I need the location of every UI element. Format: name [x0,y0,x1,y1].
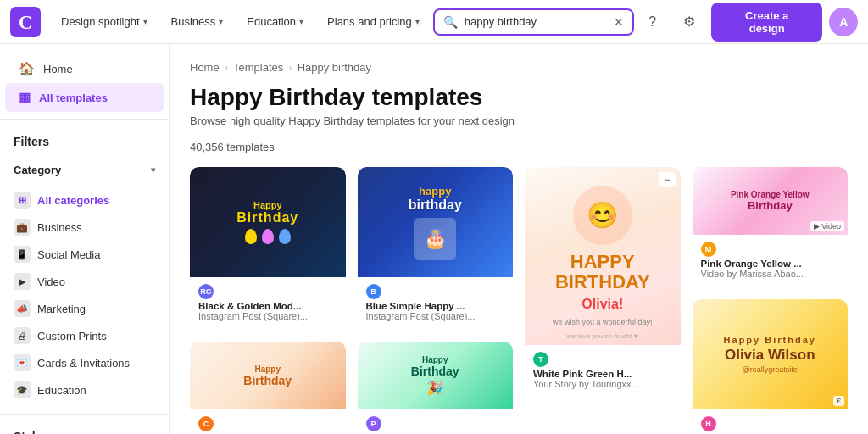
card-author-3: T [533,352,672,367]
card-info-5: C Happy Birthday Card Instagram Post (Sq… [190,409,346,434]
main-layout: 🏠 Home ▦ All templates Filters Category … [0,44,868,434]
nav-actions: ? ⚙ Create a design A [637,3,858,42]
template-card-8[interactable]: Happy Birthday Olivia Wilson @reallygrea… [693,299,849,434]
sidebar-item-home[interactable]: 🏠 Home [5,54,164,83]
breadcrumb-home[interactable]: Home [190,61,220,74]
sidebar-divider-2 [0,414,169,415]
category-item-business[interactable]: 💼 Business [0,214,169,241]
author-avatar-4: M [701,242,716,257]
card-info-6: P Happy Birthday Post Instagram Post [358,409,514,434]
chevron-down-icon: ▾ [143,17,147,26]
nav-menu-business[interactable]: Business ▾ [161,10,234,33]
template-card-2[interactable]: happy birthday 🎂 B Blue Simple Happy ...… [358,167,514,330]
category-item-social-media[interactable]: 📱 Social Media [0,241,169,268]
template-card-1[interactable]: Happy Birthday RG [190,167,346,330]
search-input[interactable] [465,15,607,28]
page-subtitle: Browse high quality Happy Birthday templ… [190,114,848,127]
card-type-2: Instagram Post (Square)... [366,311,505,321]
card-author-5: C [198,416,337,431]
nav-menu-education[interactable]: Education ▾ [236,10,314,33]
category-item-marketing[interactable]: 📣 Marketing [0,295,169,322]
breadcrumb: Home › Templates › Happy birthday [190,61,848,74]
templates-grid: Happy Birthday RG [190,167,848,434]
templates-icon: ▦ [19,90,31,105]
category-item-custom-prints[interactable]: 🖨 Custom Prints [0,322,169,349]
minus-icon[interactable]: − [659,172,675,187]
business-icon: 💼 [14,219,31,236]
top-navigation: C Design spotlight ▾ Business ▾ Educatio… [0,0,868,44]
card-author-2: B [366,284,505,299]
search-icon: 🔍 [443,15,458,29]
card-type-4: Video by Marissa Abao... [701,269,840,279]
breadcrumb-templates[interactable]: Templates [233,61,283,74]
card-author-6: P [366,416,505,431]
card-info-1: RG Black & Golden Mod... Instagram Post … [190,277,346,330]
author-avatar-1: RG [198,284,214,299]
card-title-3: White Pink Green H... [533,369,672,379]
home-icon: 🏠 [19,61,35,76]
card-info-2: B Blue Simple Happy ... Instagram Post (… [358,277,514,330]
card-info-4: M Pink Orange Yellow ... Video by Mariss… [693,235,849,287]
chevron-down-icon: ▾ [219,17,223,26]
sidebar: 🏠 Home ▦ All templates Filters Category … [0,44,170,434]
page-title: Happy Birthday templates [190,84,848,111]
sidebar-divider [0,119,169,120]
category-chevron-icon: ▾ [151,165,155,175]
template-card-5[interactable]: Happy Birthday C Happy Birthday Card Ins… [190,342,346,434]
social-media-icon: 📱 [14,246,31,263]
card-author-8: H [701,416,840,431]
create-design-button[interactable]: Create a design [711,3,823,42]
breadcrumb-sep-1: › [225,61,228,74]
breadcrumb-current: Happy birthday [298,61,371,74]
sidebar-item-all-templates[interactable]: ▦ All templates [5,83,164,112]
card-info-8: H Happy Birthday Inst... Your Story by h… [693,409,849,434]
template-card-4[interactable]: Pink Orange Yellow Birthday ▶ Video M Pi… [693,167,849,287]
category-item-cards-invitations[interactable]: 💌 Cards & Invitations [0,349,169,376]
author-avatar-2: B [366,284,381,299]
template-card-6[interactable]: Happy Birthday 🎉 P Happy Birthday Post I… [358,342,514,434]
breadcrumb-sep-2: › [288,61,292,74]
card-author-4: M [701,242,840,257]
nav-menu-plans[interactable]: Plans and pricing ▾ [317,10,430,33]
style-chevron-icon: ▾ [149,430,155,434]
chevron-down-icon: ▾ [415,17,420,26]
svg-text:C: C [19,11,32,32]
custom-prints-icon: 🖨 [14,327,31,344]
nav-menu-design-spotlight[interactable]: Design spotlight ▾ [51,10,158,33]
settings-icon-button[interactable]: ⚙ [674,7,704,37]
author-avatar-6: P [366,416,381,431]
card-title-4: Pink Orange Yellow ... [701,259,840,269]
category-list: ⊞ All categories 💼 Business 📱 Social Med… [0,183,169,407]
card-type-3: Your Story by Touringxx... [533,379,672,389]
search-bar: 🔍 ✕ [433,8,634,36]
chevron-down-icon: ▾ [299,17,303,26]
category-item-all[interactable]: ⊞ All categories [0,186,169,214]
card-info-3: T White Pink Green H... Your Story by To… [525,345,681,398]
card-author-1: RG [198,284,337,299]
author-avatar-5: C [198,416,214,431]
category-filter-section[interactable]: Category ▾ [0,157,169,183]
marketing-icon: 📣 [14,300,31,317]
avatar[interactable]: A [829,8,858,36]
author-avatar-3: T [533,352,548,367]
clear-search-icon[interactable]: ✕ [614,15,624,29]
filters-header: Filters [0,126,169,157]
card-title-2: Blue Simple Happy ... [366,301,505,311]
category-item-education[interactable]: 🎓 Education [0,376,169,403]
video-icon: ▶ [14,273,31,290]
results-count: 40,356 templates [190,141,848,153]
education-icon: 🎓 [14,381,31,398]
canva-logo[interactable]: C [10,7,41,37]
all-categories-icon: ⊞ [14,192,31,209]
author-avatar-8: H [701,416,716,431]
cards-icon: 💌 [14,354,31,371]
style-filter-section[interactable]: Style ▾ [0,421,169,434]
question-icon-button[interactable]: ? [637,7,668,37]
template-card-3[interactable]: 😊 HAPPYBIRTHDAYOlivia! we wish you a won… [525,167,681,398]
card-type-1: Instagram Post (Square)... [198,311,337,321]
main-content: Home › Templates › Happy birthday Happy … [170,44,868,434]
card-title-1: Black & Golden Mod... [198,301,337,311]
category-item-video[interactable]: ▶ Video [0,268,169,295]
